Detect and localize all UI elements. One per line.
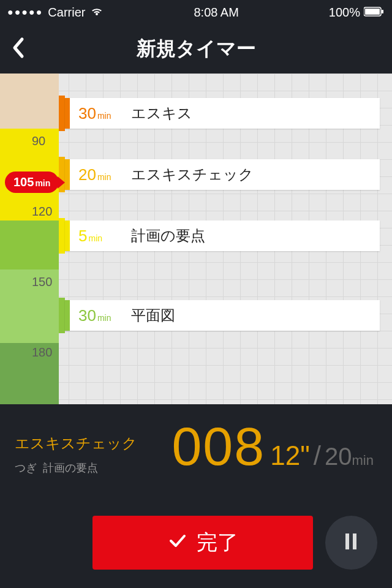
time-separator: /: [314, 440, 321, 471]
task-row[interactable]: 20minエスキスチェック: [65, 159, 380, 190]
back-button[interactable]: [10, 36, 27, 62]
task-duration: 30min: [70, 104, 125, 123]
task-duration-unit: min: [97, 313, 111, 323]
status-bar: ●●●●● Carrier 8:08 AM 100%: [0, 0, 392, 24]
current-task-name: エスキスチェック: [15, 434, 137, 453]
timeline-tick: 90: [32, 134, 45, 148]
svg-rect-1: [365, 9, 380, 15]
task-accent: [65, 300, 70, 331]
task-duration-value: 30: [78, 306, 96, 325]
timeline-tick: 150: [32, 275, 52, 289]
task-duration-unit: min: [97, 172, 111, 182]
task-duration: 20min: [70, 165, 125, 184]
task-duration: 30min: [70, 306, 125, 325]
controls: 完了: [0, 516, 392, 570]
task-row[interactable]: 5min計画の要点: [65, 221, 380, 251]
next-task-line: つぎ 計画の要点: [15, 461, 137, 475]
task-duration: 5min: [70, 227, 125, 246]
total-duration: 20min: [325, 443, 374, 470]
timeline[interactable]: 90120150180 30minエスキス20minエスキスチェック5min計画…: [0, 74, 392, 404]
task-label: 平面図: [125, 306, 175, 325]
task-accent: [65, 98, 70, 129]
current-time-unit: min: [35, 178, 50, 188]
battery-percent: 100%: [329, 6, 360, 20]
total-unit: min: [352, 453, 374, 468]
task-duration-unit: min: [88, 233, 102, 243]
pause-icon: [343, 532, 359, 553]
carrier-label: Carrier: [48, 6, 85, 20]
task-duration-value: 20: [78, 165, 96, 184]
gutter-segment: [0, 221, 59, 270]
current-time-value: 105: [13, 175, 34, 189]
elapsed-seconds: 12": [270, 440, 310, 471]
check-icon: [167, 530, 188, 556]
elapsed-minutes: 008: [172, 415, 265, 478]
status-right: 100%: [329, 6, 385, 20]
task-notch: [59, 218, 65, 254]
svg-rect-4: [353, 533, 356, 549]
status-left: ●●●●● Carrier: [7, 6, 104, 20]
total-value: 20: [325, 443, 352, 470]
page-title: 新規タイマー: [137, 36, 256, 62]
wifi-icon: [90, 6, 104, 20]
svg-rect-3: [345, 533, 349, 549]
gutter-segment: [0, 74, 59, 129]
task-row[interactable]: 30min平面図: [65, 300, 380, 331]
task-notch: [59, 96, 65, 131]
task-duration-value: 5: [78, 227, 87, 246]
status-time: 8:08 AM: [194, 6, 238, 20]
task-label: エスキス: [125, 104, 192, 123]
timer-panel: エスキスチェック つぎ 計画の要点 008 12" / 20min 完了: [0, 404, 392, 588]
task-row[interactable]: 30minエスキス: [65, 98, 380, 129]
elapsed-display: 008 12" / 20min: [172, 415, 374, 478]
pause-button[interactable]: [325, 516, 377, 570]
task-label: エスキスチェック: [125, 165, 254, 184]
nav-bar: 新規タイマー: [0, 24, 392, 74]
task-notch: [59, 298, 65, 333]
svg-rect-2: [382, 10, 383, 13]
timeline-tick: 120: [32, 205, 52, 219]
signal-dots-icon: ●●●●●: [7, 7, 43, 18]
timeline-tick: 180: [32, 345, 52, 360]
task-duration-value: 30: [78, 104, 96, 123]
task-duration-unit: min: [97, 111, 111, 121]
task-accent: [65, 221, 70, 251]
timer-info: エスキスチェック つぎ 計画の要点: [15, 434, 137, 475]
task-accent: [65, 159, 70, 190]
next-task-name: 計画の要点: [43, 462, 98, 474]
done-label: 完了: [197, 529, 238, 557]
battery-icon: [364, 6, 385, 20]
current-time-badge: 105min: [5, 172, 59, 193]
next-prefix: つぎ: [15, 462, 37, 474]
done-button[interactable]: 完了: [92, 516, 313, 570]
task-label: 計画の要点: [125, 226, 205, 246]
